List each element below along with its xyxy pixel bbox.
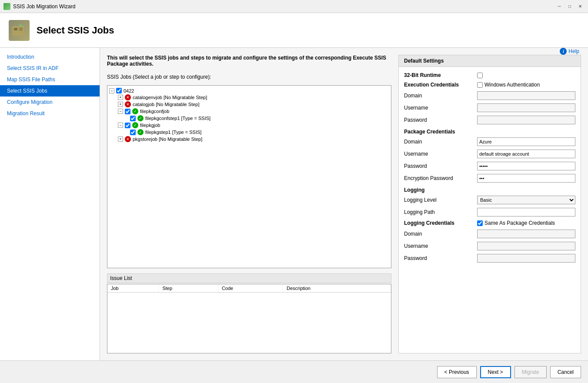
sidebar-item-select-ir[interactable]: Select SSIS IR in ADF: [0, 63, 100, 74]
label-password-exec: Password: [404, 117, 474, 123]
checkbox-same-as-pkg[interactable]: [477, 220, 483, 226]
maximize-button[interactable]: □: [565, 2, 574, 11]
section-package-credentials: Package Credentials: [404, 126, 575, 136]
tree-text-filepkgjob: filepkgjob: [140, 123, 160, 128]
status-filepkgjob: ✓: [132, 122, 138, 128]
tree-node-pkgstorejob[interactable]: + ✕ pkgstorejob [No Migratable Step]: [109, 136, 389, 143]
sidebar-item-configure[interactable]: Configure Migration: [0, 97, 100, 108]
tree-text-filepkgconfjob: filepkgconfjob: [140, 109, 169, 114]
tree-node-catalogenvjob[interactable]: + ✕ catalogenvjob [No Migratable Step]: [109, 94, 389, 101]
checkbox-filepkgconfstep1[interactable]: [130, 116, 136, 121]
label-password-pkg: Password: [404, 163, 474, 169]
content-area: This will select the SSIS jobs and steps…: [100, 48, 588, 360]
input-username-pkg[interactable]: [477, 150, 575, 158]
col-step: Step: [159, 284, 218, 293]
status-filepkgstep1: ✓: [137, 129, 144, 135]
row-32bit: 32-Bit Runtime: [404, 70, 575, 80]
row-logging-creds: Logging Credentials Same As Package Cred…: [404, 218, 575, 228]
row-username-exec: Username: [404, 102, 575, 114]
row-enc-password: Encryption Password: [404, 172, 575, 184]
tree-text-root: 0422: [124, 88, 134, 93]
expand-pkgstorejob[interactable]: +: [118, 137, 123, 142]
checkbox-root[interactable]: [116, 88, 122, 93]
label-username-pkg: Username: [404, 151, 474, 157]
input-username-exec[interactable]: [477, 103, 575, 112]
input-username-log[interactable]: [477, 242, 575, 250]
issue-table: Job Step Code Description: [107, 284, 391, 293]
jobs-panel-label: SSIS Jobs (Select a job or step to confi…: [107, 74, 391, 80]
tree-node-filepkgstep1[interactable]: ✓ filepkgstep1 [Type = SSIS]: [109, 129, 389, 136]
col-job: Job: [107, 284, 159, 293]
header-icon: [9, 20, 30, 41]
checkbox-windows-auth[interactable]: [477, 82, 483, 88]
row-password-exec: Password: [404, 114, 575, 126]
label-enc-password: Encryption Password: [404, 175, 474, 181]
input-password-log[interactable]: [477, 254, 575, 263]
left-panel: This will select the SSIS jobs and steps…: [107, 55, 391, 353]
settings-content: 32-Bit Runtime Execution Credentials Win…: [399, 67, 581, 353]
svg-marker-4: [19, 23, 24, 26]
input-domain-log[interactable]: [477, 230, 575, 238]
label-domain-log: Domain: [404, 231, 474, 237]
input-domain-pkg[interactable]: [477, 137, 575, 146]
checkbox-filepkgconfjob[interactable]: [125, 109, 130, 114]
previous-button[interactable]: < Previous: [437, 366, 477, 378]
app-icon: [3, 3, 10, 10]
input-enc-password[interactable]: [477, 174, 575, 183]
description-text: This will select the SSIS jobs and steps…: [107, 55, 391, 67]
tree-text-catalogjob: catalogjob [No Migratable Step]: [133, 102, 199, 107]
sidebar-item-select-jobs[interactable]: Select SSIS Jobs: [0, 85, 100, 97]
sidebar-item-introduction[interactable]: Introduction: [0, 51, 100, 63]
tree-node-filepkgconfstep1[interactable]: ✓ filepkgconfstep1 [Type = SSIS]: [109, 115, 389, 122]
expand-filepkgjob[interactable]: −: [118, 123, 123, 128]
tree-text-pkgstorejob: pkgstorejob [No Migratable Step]: [133, 137, 202, 142]
input-logging-path[interactable]: [477, 208, 575, 216]
row-logging-level: Logging Level Basic None Verbose Perform…: [404, 194, 575, 206]
tree-text-filepkgconfstep1: filepkgconfstep1 [Type = SSIS]: [145, 116, 210, 121]
expand-filepkgconfjob[interactable]: −: [118, 109, 123, 114]
footer: < Previous Next > Migrate Cancel: [0, 360, 588, 383]
tree-node-catalogjob[interactable]: + ✕ catalogjob [No Migratable Step]: [109, 101, 389, 108]
row-domain-exec: Domain: [404, 90, 575, 102]
next-button[interactable]: Next >: [480, 366, 511, 378]
tree-node-filepkgjob[interactable]: − ✓ filepkgjob: [109, 122, 389, 129]
help-link[interactable]: i Help: [560, 48, 579, 55]
settings-tab-label[interactable]: Default Settings: [399, 55, 581, 67]
titlebar: SSIS Job Migration Wizard ─ □ ✕: [0, 0, 588, 13]
sidebar-item-map-paths[interactable]: Map SSIS File Paths: [0, 74, 100, 85]
select-logging-level[interactable]: Basic None Verbose Performance: [477, 196, 575, 204]
input-domain-exec[interactable]: [477, 91, 575, 100]
expand-root[interactable]: −: [109, 88, 114, 93]
label-same-as-pkg: Same As Package Credentials: [484, 220, 555, 226]
tree-node-root[interactable]: − 0422: [109, 87, 389, 94]
minimize-button[interactable]: ─: [555, 2, 564, 11]
label-username-log: Username: [404, 243, 474, 249]
checkbox-filepkgstep1[interactable]: [130, 130, 136, 135]
status-catalogenvjob: ✕: [125, 94, 131, 100]
label-32bit: 32-Bit Runtime: [404, 72, 474, 78]
input-password-pkg[interactable]: [477, 162, 575, 170]
row-password-log: Password: [404, 252, 575, 264]
row-domain-pkg: Domain: [404, 136, 575, 148]
issue-section: Issue List Job Step Code Description: [107, 273, 391, 353]
jobs-tree-panel: − 0422 + ✕ catalogenvjob [No Migratable …: [107, 85, 391, 268]
migrate-button[interactable]: Migrate: [514, 366, 547, 378]
checkbox-filepkgjob[interactable]: [125, 123, 130, 128]
cancel-button[interactable]: Cancel: [550, 366, 581, 378]
right-panel: Default Settings 32-Bit Runtime Executio…: [398, 55, 581, 353]
status-filepkgconfstep1: ✓: [137, 115, 144, 121]
label-logging-path: Logging Path: [404, 209, 474, 215]
tree-node-filepkgconfjob[interactable]: − ✓ filepkgconfjob: [109, 108, 389, 115]
svg-rect-1: [14, 28, 17, 30]
row-exec-creds: Execution Credentials Windows Authentica…: [404, 80, 575, 90]
tree-text-filepkgstep1: filepkgstep1 [Type = SSIS]: [145, 130, 201, 135]
checkbox-32bit[interactable]: [477, 73, 483, 78]
sidebar: Introduction Select SSIS IR in ADF Map S…: [0, 48, 100, 360]
status-catalogjob: ✕: [125, 101, 131, 107]
expand-catalogjob[interactable]: +: [118, 102, 123, 107]
expand-catalogenvjob[interactable]: +: [118, 95, 123, 100]
close-button[interactable]: ✕: [576, 2, 585, 11]
input-password-exec[interactable]: [477, 116, 575, 124]
sidebar-item-result[interactable]: Migration Result: [0, 108, 100, 119]
row-username-pkg: Username: [404, 148, 575, 160]
